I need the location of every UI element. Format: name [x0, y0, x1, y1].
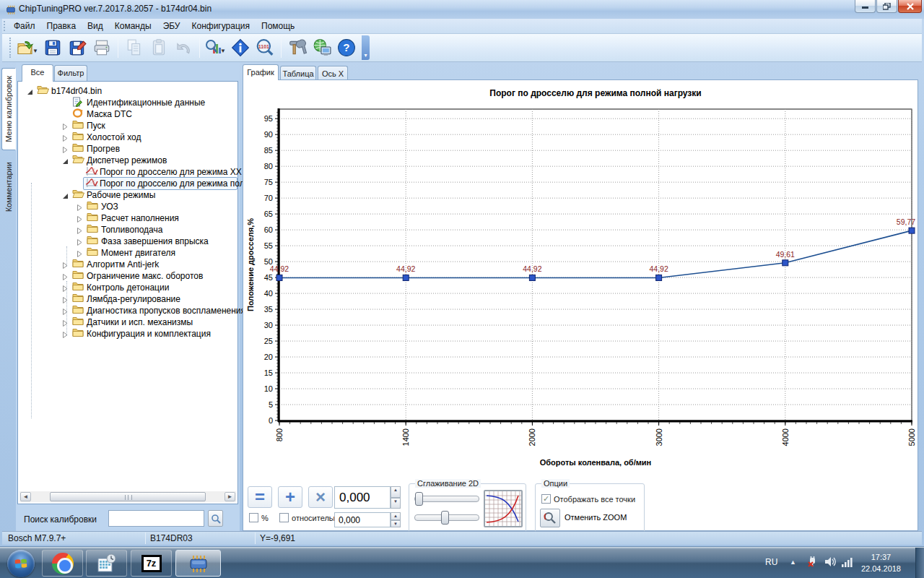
show-desktop-button[interactable] — [915, 548, 924, 578]
hidden-icons-arrow[interactable]: ▲ — [790, 558, 796, 566]
open-button[interactable]: ▼ — [17, 36, 40, 59]
value-secondary-input[interactable] — [334, 512, 391, 527]
slider-thumb[interactable] — [415, 492, 423, 506]
menu-item-2[interactable]: Вид — [82, 19, 109, 34]
tree-item[interactable]: Рабочие режимы — [18, 189, 237, 201]
tree-expand-icon[interactable] — [77, 249, 83, 259]
volume-tray-icon[interactable] — [824, 556, 837, 571]
tree-item[interactable]: УОЗ — [18, 201, 237, 212]
tree-expand-icon[interactable] — [77, 226, 83, 236]
hex-view-button[interactable]: 1101 — [253, 36, 276, 59]
minimize-button[interactable] — [855, 0, 876, 13]
checkbox-checked-icon[interactable]: ✓ — [541, 494, 551, 504]
tree-item[interactable]: Пуск — [18, 120, 237, 131]
tree-item[interactable]: Диспетчер режимов — [18, 155, 237, 166]
restore-button[interactable] — [876, 0, 897, 13]
scroll-right-arrow[interactable]: ► — [225, 492, 235, 501]
taskbar-chiptuningpro-button[interactable] — [175, 550, 221, 577]
print-button[interactable] — [90, 36, 113, 59]
paste-button[interactable] — [147, 36, 170, 59]
undo-button[interactable] — [172, 36, 195, 59]
tree-item[interactable]: Диагностика пропусков воспламенения — [18, 305, 237, 316]
menu-item-4[interactable]: ЭБУ — [157, 19, 186, 34]
throttle-threshold-chart[interactable]: 0510152025303540455055606570758085909580… — [243, 82, 918, 476]
tree-expand-icon[interactable] — [62, 319, 69, 329]
tree-expand-icon[interactable] — [77, 215, 83, 225]
content-tab-table[interactable]: Таблица — [280, 66, 316, 80]
tree-collapse-icon[interactable] — [27, 87, 33, 98]
tree-item[interactable]: Порог по дросселю для режима ХХ — [18, 166, 237, 178]
taskbar-chrome-button[interactable] — [42, 550, 83, 577]
smoothing-slider-1[interactable] — [414, 496, 479, 502]
network-tray-icon[interactable] — [841, 556, 854, 570]
smoothing-slider-2[interactable] — [414, 514, 479, 521]
tree-item[interactable]: Фаза завершения впрыска — [18, 236, 237, 247]
tree-expand-icon[interactable] — [62, 330, 69, 340]
title-bar[interactable]: ChipTuningPRO ver.7.2017.8.2057 - b174dr… — [0, 0, 924, 19]
show-all-points-checkbox[interactable]: ✓ Отображать все точки — [541, 494, 635, 504]
menu-item-0[interactable]: Файл — [8, 19, 41, 34]
tools-button[interactable] — [286, 36, 309, 59]
save-as-button[interactable] — [66, 36, 89, 59]
power-tray-icon[interactable] — [806, 556, 819, 571]
menu-item-1[interactable]: Правка — [41, 19, 82, 34]
taskbar-7zip-button[interactable]: 7z — [131, 550, 172, 577]
tree-collapse-icon[interactable] — [62, 157, 69, 167]
value-main-input[interactable] — [334, 486, 391, 509]
checkbox-box[interactable] — [279, 513, 289, 522]
tree-item[interactable]: b174dr04.bin — [18, 85, 237, 97]
tree-item[interactable]: Расчет наполнения — [18, 212, 237, 224]
tree-tab-filter[interactable]: Фильтр — [54, 65, 87, 82]
taskbar-scheduler-button[interactable] — [86, 550, 127, 577]
tree-tab-all[interactable]: Все — [22, 64, 53, 82]
start-button[interactable] — [3, 550, 39, 577]
tree-item[interactable]: Топливоподача — [18, 224, 237, 236]
tree-expand-icon[interactable] — [62, 261, 69, 271]
tree-expand-icon[interactable] — [62, 296, 69, 306]
tree-expand-icon[interactable] — [62, 284, 69, 294]
cancel-zoom-button[interactable] — [540, 509, 560, 527]
value-main-spinner[interactable]: ▲▼ — [391, 486, 401, 509]
tree-item[interactable]: Прогрев — [18, 143, 237, 155]
tree-item[interactable]: Идентификационные данные — [18, 97, 237, 108]
multiply-value-button[interactable]: × — [308, 486, 333, 508]
tree-expand-icon[interactable] — [62, 145, 69, 155]
menu-item-5[interactable]: Конфигурация — [186, 19, 256, 34]
search-button[interactable] — [208, 510, 223, 527]
scroll-thumb[interactable] — [50, 492, 206, 501]
tree-item[interactable]: Контроль детонации — [18, 282, 237, 293]
tree-collapse-icon[interactable] — [62, 191, 69, 202]
menu-item-6[interactable]: Помощь — [256, 19, 300, 34]
calibration-search-input[interactable] — [108, 510, 204, 527]
tree-item[interactable]: Алгоритм Anti-jerk — [18, 259, 237, 270]
view-chart-button[interactable]: ▼ — [204, 36, 227, 59]
tree-expand-icon[interactable] — [62, 134, 69, 144]
percent-checkbox[interactable]: % — [249, 513, 269, 522]
tree-item[interactable]: Холостой ход — [18, 131, 237, 143]
tree-expand-icon[interactable] — [62, 307, 69, 317]
info-button[interactable] — [229, 36, 252, 59]
tree-item[interactable]: Ограничение макс. оборотов — [18, 270, 237, 282]
relative-checkbox[interactable]: относительно — [279, 513, 342, 522]
copy-button[interactable] — [123, 36, 146, 59]
help-button[interactable]: ? — [335, 36, 358, 59]
tree-horizontal-scrollbar[interactable]: ◄ ► — [19, 491, 236, 502]
tree-expand-icon[interactable] — [62, 272, 69, 282]
tree-expand-icon[interactable] — [77, 203, 83, 213]
add-value-button[interactable]: + — [278, 486, 302, 508]
slider-thumb[interactable] — [441, 511, 449, 525]
tree-expand-icon[interactable] — [77, 238, 83, 248]
scroll-left-arrow[interactable]: ◄ — [20, 492, 31, 501]
sidebar-tab-calibration-menu[interactable]: Меню калибровок — [1, 68, 16, 150]
sidebar-tab-comments[interactable]: Комментарии — [1, 155, 16, 220]
tree-item[interactable]: Конфигурация и комплектация — [18, 328, 237, 340]
menu-item-3[interactable]: Команды — [109, 19, 157, 34]
content-tab-xaxis[interactable]: Ось X — [318, 66, 348, 80]
tree-item[interactable]: Лямбда-регулирование — [18, 293, 237, 305]
toolbar-overflow-button[interactable]: ▾ — [362, 35, 370, 60]
tree-item[interactable]: Датчики и исп. механизмы — [18, 316, 237, 328]
content-tab-graph[interactable]: График — [243, 64, 279, 80]
tree-item-selected[interactable]: Порог по дросселю для режима полной — [18, 178, 237, 189]
language-indicator[interactable]: RU — [765, 557, 777, 567]
taskbar-clock[interactable]: 17:37 22.04.2018 — [861, 551, 901, 574]
